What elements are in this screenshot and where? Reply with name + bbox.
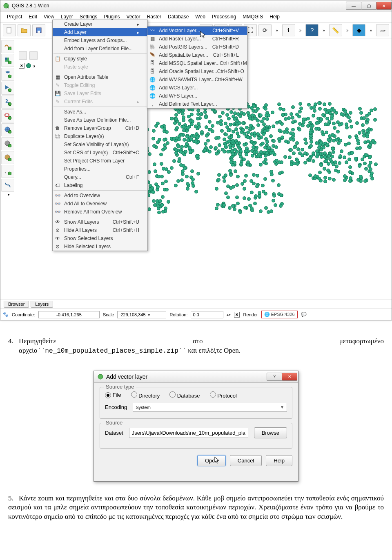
rotation-input[interactable]: 0.0 <box>191 311 223 318</box>
left-toolbar-overflow-icon[interactable]: ▾ <box>1 193 16 197</box>
add-mssql-layer-icon[interactable] <box>1 96 14 109</box>
menu-embed-layers[interactable]: Embed Layers and Groups... <box>53 36 147 44</box>
crs-button[interactable]: 🌐 EPSG:4326 <box>261 311 298 318</box>
layers-panel-btn-2[interactable] <box>29 51 38 60</box>
submenu-add-delimited[interactable]: ,Add Delimited Text Layer... <box>147 100 247 108</box>
help-icon[interactable]: ? <box>305 24 318 36</box>
menu-properties[interactable]: Properties... <box>53 165 147 173</box>
dialog-help-button[interactable]: ? <box>267 373 282 381</box>
open-button[interactable]: Open <box>197 455 226 466</box>
help-button[interactable]: Help <box>266 455 292 466</box>
dataset-input[interactable] <box>129 428 248 438</box>
add-delimited-text-icon[interactable]: , <box>1 165 14 178</box>
maximize-button[interactable]: ▢ <box>361 2 376 10</box>
submenu-add-mssql[interactable]: 🗄Add MSSQL Spatial Layer...Ctrl+Shift+M <box>147 59 247 67</box>
identify-icon[interactable]: ℹ <box>282 24 295 36</box>
submenu-add-wfs[interactable]: 🌐Add WFS Layer... <box>147 92 247 100</box>
coord-input[interactable]: -0.416,1.265 <box>38 311 100 318</box>
radio-database[interactable]: Database <box>169 391 200 399</box>
tab-layers[interactable]: Layers <box>31 301 53 308</box>
csw-button[interactable]: csw <box>376 24 389 36</box>
data-point <box>239 149 243 153</box>
tool-icon-blue[interactable]: ◆ <box>352 24 365 36</box>
submenu-add-spatialite[interactable]: 🪶Add SpatiaLite Layer...Ctrl+Shift+L <box>147 51 247 59</box>
menu-project[interactable]: Project <box>4 13 25 20</box>
toolbar-overflow-4[interactable]: » <box>344 28 351 33</box>
menu-help[interactable]: Help <box>266 13 283 20</box>
close-button[interactable]: ✕ <box>376 2 392 10</box>
layers-panel-btn-1[interactable] <box>19 51 27 60</box>
menu-add-from-def[interactable]: Add from Layer Definition File... <box>53 44 147 53</box>
add-raster-layer-icon[interactable] <box>1 54 14 67</box>
rotation-spinner-icon[interactable]: ▴▾ <box>227 312 231 317</box>
menu-hide-selected-layers[interactable]: ⊘Hide Selected Layers <box>53 242 147 251</box>
menu-labeling[interactable]: 🏷Labeling <box>53 181 147 189</box>
menu-scale-visibility[interactable]: Set Scale Visibility of Layer(s) <box>53 140 147 149</box>
node-tool-icon[interactable] <box>1 179 14 192</box>
menu-mmqgis[interactable]: MMQGIS <box>239 13 266 20</box>
toolbar-overflow-2[interactable]: » <box>297 28 304 33</box>
menu-edit[interactable]: Edit <box>25 13 40 20</box>
tab-browser[interactable]: Browser <box>4 301 29 308</box>
add-wms-layer-icon[interactable] <box>1 123 14 136</box>
layer-tree-item[interactable]: ✖ s <box>19 63 44 69</box>
add-vector-layer-icon[interactable]: + <box>1 40 14 53</box>
menu-set-project-crs[interactable]: Set Project CRS from Layer <box>53 157 147 165</box>
status-icon[interactable]: 🐾 <box>3 312 9 317</box>
toolbar-overflow-5[interactable]: » <box>367 28 374 33</box>
submenu-add-raster[interactable]: ▦Add Raster Layer...Ctrl+Shift+R <box>147 35 247 43</box>
radio-protocol[interactable]: Protocol <box>210 391 237 399</box>
add-oracle-layer-icon[interactable] <box>1 109 14 122</box>
data-point <box>309 144 313 148</box>
menu-create-layer[interactable]: Create Layer▸ <box>53 20 147 28</box>
menu-set-crs[interactable]: Set CRS of Layer(s)Ctrl+Shift+C <box>53 149 147 157</box>
submenu-add-oracle[interactable]: 🗄Add Oracle Spatial Layer...Ctrl+Shift+O <box>147 67 247 76</box>
add-spatialite-layer-icon[interactable] <box>1 82 14 95</box>
menu-hide-all-layers[interactable]: ⊘Hide All LayersCtrl+Shift+H <box>53 226 147 234</box>
menu-save-as-def[interactable]: Save As Layer Definition File... <box>53 116 147 124</box>
submenu-add-postgis[interactable]: 🐘Add PostGIS Layers...Ctrl+Shift+D <box>147 43 247 51</box>
render-checkbox[interactable]: ✖ <box>234 312 240 318</box>
cancel-button[interactable]: Cancel <box>230 455 262 466</box>
browse-button[interactable]: Browse <box>254 427 287 438</box>
submenu-add-wms[interactable]: 🌐Add WMS/WMTS Layer...Ctrl+Shift+W <box>147 76 247 84</box>
dialog-close-button[interactable]: ✕ <box>282 373 297 381</box>
radio-directory[interactable]: Directory <box>131 391 160 399</box>
open-project-icon[interactable] <box>18 24 31 36</box>
svg-point-22 <box>98 374 103 379</box>
save-project-icon[interactable] <box>32 24 45 36</box>
toolbar-overflow-1[interactable]: » <box>273 28 281 33</box>
messages-icon[interactable]: 💬 <box>301 312 307 317</box>
menu-processing[interactable]: Processing <box>209 13 239 20</box>
menu-copy-style[interactable]: 📋Copy style <box>53 55 147 63</box>
menu-show-all-layers[interactable]: 👁Show All LayersCtrl+Shift+U <box>53 218 147 226</box>
menu-open-attr-table[interactable]: ▦Open Attribute Table <box>53 73 147 81</box>
measure-icon[interactable]: 📏 <box>329 24 342 36</box>
data-point <box>229 110 233 114</box>
new-project-icon[interactable] <box>3 24 16 36</box>
toolbar-overflow-3[interactable]: » <box>320 28 327 33</box>
menu-save-as[interactable]: Save As... <box>53 108 147 116</box>
svg-point-21 <box>8 172 11 175</box>
refresh-icon[interactable]: ⟳ <box>258 24 272 36</box>
minimize-button[interactable]: — <box>346 2 361 10</box>
menu-duplicate-layer[interactable]: ⿻Duplicate Layer(s) <box>53 132 147 140</box>
layer-checkbox-icon[interactable]: ✖ <box>19 63 24 69</box>
add-postgis-layer-icon[interactable] <box>1 68 14 81</box>
menu-add-overview[interactable]: 👓Add to Overview <box>53 191 147 200</box>
add-wfs-layer-icon[interactable] <box>1 151 14 164</box>
menu-add-all-overview[interactable]: 👓Add All to Overview <box>53 200 147 208</box>
scale-input[interactable]: :229,108,345 ▼ <box>117 311 166 318</box>
menu-web[interactable]: Web <box>192 13 208 20</box>
submenu-add-wcs[interactable]: 🌐Add WCS Layer... <box>147 84 247 92</box>
menu-database[interactable]: Database <box>165 13 192 20</box>
menu-add-layer[interactable]: Add Layer▸ <box>53 28 147 36</box>
submenu-add-vector[interactable]: 〰Add Vector Layer...Ctrl+Shift+V <box>147 27 247 35</box>
menu-query[interactable]: Query...Ctrl+F <box>53 173 147 181</box>
radio-file[interactable]: File <box>105 392 121 398</box>
menu-remove-all-overview[interactable]: 👓Remove All from Overview <box>53 208 147 216</box>
menu-remove-layer[interactable]: 🗑Remove Layer/GroupCtrl+D <box>53 124 147 132</box>
add-wcs-layer-icon[interactable] <box>1 137 14 150</box>
encoding-select[interactable]: System▼ <box>133 403 287 412</box>
menu-show-selected-layers[interactable]: 👁Show Selected Layers <box>53 234 147 242</box>
